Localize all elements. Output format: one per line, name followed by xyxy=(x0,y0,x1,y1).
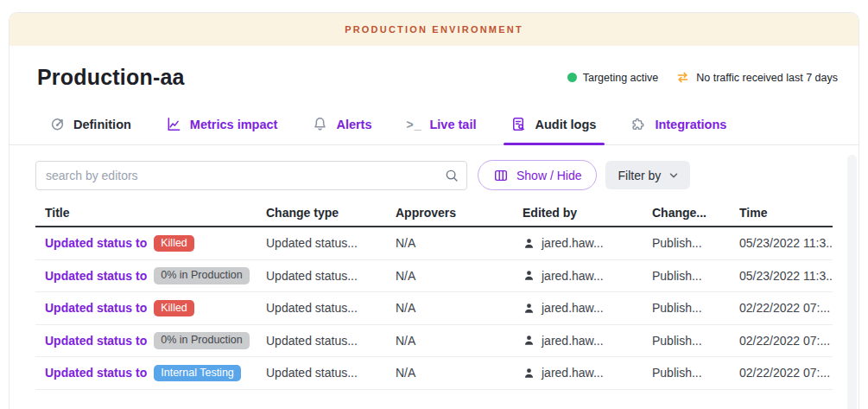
page-header: Production-aa Targeting active No traffi… xyxy=(10,46,858,104)
tab-alerts[interactable]: Alerts xyxy=(312,104,371,144)
column-header-change-type: Change type xyxy=(266,206,396,220)
person-icon xyxy=(523,302,535,315)
show-hide-button[interactable]: Show / Hide xyxy=(478,160,597,190)
tab-metrics-impact-label: Metrics impact xyxy=(190,118,278,131)
traffic-arrows-icon xyxy=(675,70,690,85)
change-type-cell: Updated status... xyxy=(266,301,396,315)
edited-by-name: jared.haw... xyxy=(542,269,604,283)
change-cell: Publish... xyxy=(652,366,739,380)
person-icon xyxy=(523,237,535,250)
columns-icon xyxy=(493,168,509,183)
change-type-cell: Updated status... xyxy=(266,236,396,250)
time-cell: 02/22/2022 07:... xyxy=(739,301,833,315)
column-header-change: Change... xyxy=(652,206,739,220)
tab-bar: Definition Metrics impact Alerts >_ Live… xyxy=(10,104,858,145)
status-badge: 0% in Production xyxy=(154,267,250,284)
row-title-link[interactable]: Updated status to xyxy=(45,301,147,315)
change-cell: Publish... xyxy=(652,269,739,283)
change-cell: Publish... xyxy=(652,301,739,315)
edited-by-name: jared.haw... xyxy=(542,301,604,315)
status-badge: Killed xyxy=(154,235,194,252)
row-title-link[interactable]: Updated status to xyxy=(45,269,147,283)
edited-by-cell: jared.haw... xyxy=(523,236,652,250)
change-cell: Publish... xyxy=(652,334,739,348)
bell-icon xyxy=(312,116,328,132)
person-icon xyxy=(523,269,535,282)
tab-integrations-label: Integrations xyxy=(655,118,726,131)
page-title: Production-aa xyxy=(37,65,185,90)
toolbar: Show / Hide Filter by xyxy=(35,160,833,190)
approvers-cell: N/A xyxy=(396,334,523,348)
tab-audit-logs-label: Audit logs xyxy=(535,118,596,131)
tab-definition[interactable]: Definition xyxy=(49,104,131,144)
tab-integrations[interactable]: Integrations xyxy=(630,104,726,144)
traffic-status-label: No traffic received last 7 days xyxy=(696,72,838,84)
edited-by-cell: jared.haw... xyxy=(523,366,652,380)
tab-definition-label: Definition xyxy=(73,118,131,131)
puzzle-icon xyxy=(630,116,647,132)
environment-banner: PRODUCTION ENVIRONMENT xyxy=(10,13,858,46)
row-title-link[interactable]: Updated status to xyxy=(45,334,147,348)
tab-live-tail[interactable]: >_ Live tail xyxy=(407,104,477,144)
column-header-edited-by: Edited by xyxy=(523,206,652,220)
status-badge: Killed xyxy=(154,300,194,317)
tab-alerts-label: Alerts xyxy=(336,118,371,131)
person-icon xyxy=(523,367,535,380)
targeting-status: Targeting active xyxy=(567,72,659,84)
table-header-row: Title Change type Approvers Edited by Ch… xyxy=(35,200,833,227)
search-icon xyxy=(444,168,459,183)
terminal-prompt-icon: >_ xyxy=(407,118,422,131)
header-status-area: Targeting active No traffic received las… xyxy=(567,70,838,85)
person-icon xyxy=(523,334,535,347)
approvers-cell: N/A xyxy=(396,301,523,315)
search-input[interactable] xyxy=(35,161,467,190)
tab-metrics-impact[interactable]: Metrics impact xyxy=(166,104,278,144)
edited-by-name: jared.haw... xyxy=(542,236,604,250)
table-row[interactable]: Updated status to 0% in Production Updat… xyxy=(35,260,833,293)
audit-log-table: Title Change type Approvers Edited by Ch… xyxy=(35,200,833,390)
edited-by-cell: jared.haw... xyxy=(523,269,652,283)
row-title-link[interactable]: Updated status to xyxy=(45,236,147,250)
status-badge: Internal Testing xyxy=(154,365,241,382)
filter-by-label: Filter by xyxy=(618,169,661,182)
change-type-cell: Updated status... xyxy=(266,269,396,283)
time-cell: 02/22/2022 07:... xyxy=(739,366,833,380)
change-type-cell: Updated status... xyxy=(266,334,396,348)
change-type-cell: Updated status... xyxy=(266,366,396,380)
table-row[interactable]: Updated status to Killed Updated status.… xyxy=(35,227,833,260)
traffic-status: No traffic received last 7 days xyxy=(675,70,838,85)
vertical-scrollbar[interactable] xyxy=(847,155,857,409)
table-body: Updated status to Killed Updated status.… xyxy=(35,227,833,390)
table-row[interactable]: Updated status to Internal Testing Updat… xyxy=(35,357,833,390)
edited-by-cell: jared.haw... xyxy=(523,334,652,348)
time-cell: 05/23/2022 11:3... xyxy=(739,269,833,283)
column-header-approvers: Approvers xyxy=(396,206,523,220)
change-cell: Publish... xyxy=(652,236,739,250)
approvers-cell: N/A xyxy=(396,366,523,380)
approvers-cell: N/A xyxy=(396,269,523,283)
filter-by-button[interactable]: Filter by xyxy=(605,161,690,189)
status-dot-icon xyxy=(567,73,577,82)
tab-audit-logs[interactable]: Audit logs xyxy=(510,104,596,144)
edited-by-name: jared.haw... xyxy=(542,334,604,348)
edited-by-name: jared.haw... xyxy=(542,366,604,380)
environment-banner-label: PRODUCTION ENVIRONMENT xyxy=(345,24,523,35)
tab-live-tail-label: Live tail xyxy=(429,118,476,131)
row-title-link[interactable]: Updated status to xyxy=(45,366,147,380)
targeting-status-label: Targeting active xyxy=(583,72,659,84)
chevron-down-icon xyxy=(668,169,680,182)
document-search-icon xyxy=(510,116,527,132)
edited-by-cell: jared.haw... xyxy=(523,301,652,315)
time-cell: 02/22/2022 07:... xyxy=(739,334,833,348)
column-header-time: Time xyxy=(739,206,833,220)
line-chart-icon xyxy=(166,116,182,132)
search-box xyxy=(35,161,467,190)
approvers-cell: N/A xyxy=(396,236,523,250)
flag-detail-card: PRODUCTION ENVIRONMENT Production-aa Tar… xyxy=(9,12,859,409)
time-cell: 05/23/2022 11:3... xyxy=(739,236,833,250)
column-header-title: Title xyxy=(45,206,266,220)
audit-logs-panel: Show / Hide Filter by Title Change type … xyxy=(10,145,858,390)
target-icon xyxy=(49,116,66,132)
table-row[interactable]: Updated status to Killed Updated status.… xyxy=(35,292,833,325)
table-row[interactable]: Updated status to 0% in Production Updat… xyxy=(35,325,833,358)
